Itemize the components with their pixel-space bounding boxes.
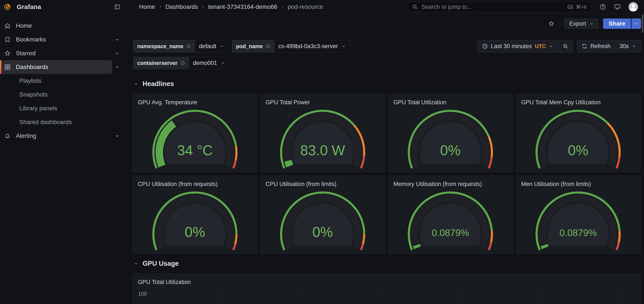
section-title: GPU Usage xyxy=(142,260,179,267)
actions-divider xyxy=(560,20,560,28)
section-header-gpu-usage[interactable]: GPU Usage xyxy=(134,260,179,267)
search-input[interactable]: Search or jump to... ⌘+k xyxy=(408,2,592,12)
top-nav: Grafana HomeDashboardstenant-37343164-de… xyxy=(0,0,644,14)
sidebar-chevron-up-button[interactable] xyxy=(113,63,122,71)
sidebar-link-starred[interactable]: Starred xyxy=(0,46,112,60)
gauge-value: 0% xyxy=(184,224,205,240)
panel-title[interactable]: CPU Utilisation (from requests) xyxy=(133,176,257,188)
sidebar-link-dashboards[interactable]: Dashboards xyxy=(0,60,112,74)
refresh-interval-label: 30s xyxy=(619,43,629,50)
panel-title[interactable]: CPU Utilisation (from limits) xyxy=(260,176,385,188)
refresh-icon xyxy=(581,43,587,49)
export-button[interactable]: Export xyxy=(564,19,599,29)
timeseries-panel: GPU Total Utilization 100 xyxy=(132,273,640,304)
sidebar-item-label: Shared dashboards xyxy=(19,119,72,125)
sidebar-link-home[interactable]: Home xyxy=(0,19,112,33)
gauge-arc xyxy=(491,231,492,242)
time-range-picker[interactable]: Last 30 minutes UTC xyxy=(478,40,558,52)
v-gridline xyxy=(298,295,298,304)
user-avatar[interactable] xyxy=(628,2,638,12)
clock-icon xyxy=(482,43,488,49)
gauge-arc xyxy=(616,242,619,250)
refresh-interval-picker[interactable]: 30s xyxy=(615,40,641,52)
panel-title[interactable]: Men Utilisation (from limits) xyxy=(516,176,640,188)
gauge-panel-grid: GPU Avg. Temperature34 °CGPU Total Power… xyxy=(132,94,640,254)
scrollbar-thumb[interactable] xyxy=(642,15,643,33)
variable-value-dropdown[interactable]: cs-499bd-0a3c3-server xyxy=(274,40,350,52)
gauge-chart: 34 °C xyxy=(148,107,242,172)
gauge-panel-gpu-total-power: GPU Total Power83.0 W xyxy=(260,94,385,172)
panel-title[interactable]: GPU Total Mem Cpy Utilization xyxy=(516,94,640,106)
sidebar-toggle-icon[interactable] xyxy=(114,4,120,10)
gauge-arc xyxy=(235,234,236,244)
y-axis-tick-label: 100 xyxy=(136,291,147,297)
sidebar-chevron-down-button[interactable] xyxy=(113,35,122,44)
gauge-panel-gpu-total-mem-cpy-utilization: GPU Total Mem Cpy Utilization0% xyxy=(516,94,640,172)
chevron-down-icon xyxy=(634,21,639,26)
sidebar-link-shared-dashboards[interactable]: Shared dashboards xyxy=(0,115,112,129)
sidebar-item-label: Starred xyxy=(16,50,36,57)
gauge-arc xyxy=(233,161,236,168)
gauge-value: 0.0879% xyxy=(560,227,597,238)
gauge-chart: 0% xyxy=(531,107,625,172)
variable-namespace-name: namespace_namedefault xyxy=(133,40,228,52)
breadcrumb-separator-icon xyxy=(201,5,205,9)
sidebar-item-label: Bookmarks xyxy=(16,36,46,43)
panel-title[interactable]: GPU Avg. Temperature xyxy=(133,94,257,106)
sidebar-item-label: Alerting xyxy=(16,132,36,139)
gauge-arc xyxy=(544,245,546,248)
grafana-logo-icon[interactable] xyxy=(3,3,12,11)
gauge-chart: 0.0879% xyxy=(403,189,498,253)
chevron-down-icon xyxy=(114,133,120,139)
breadcrumb-item-tenant-37343164-demo66[interactable]: tenant-37343164-demo66 xyxy=(208,4,277,10)
gauge-panel-cpu-utilisation-from-requests: CPU Utilisation (from requests)0% xyxy=(132,176,257,254)
section-header-headlines[interactable]: Headlines xyxy=(134,80,174,88)
panel-title[interactable]: GPU Total Utilization xyxy=(388,94,512,106)
sidebar-chevron-down-button[interactable] xyxy=(113,49,122,58)
variable-value-dropdown[interactable]: demo001 xyxy=(189,57,229,69)
panel-title[interactable]: GPU Total Utilization xyxy=(133,274,640,285)
sidebar-item-home: Home xyxy=(0,19,125,33)
top-nav-brand-area: Grafana xyxy=(0,0,126,14)
sidebar-link-bookmarks[interactable]: Bookmarks xyxy=(0,33,112,46)
share-button[interactable]: Share xyxy=(603,19,631,29)
gauge-value: 34 °C xyxy=(177,142,213,158)
sidebar-item-playlists: Playlists xyxy=(0,74,125,88)
refresh-button[interactable]: Refresh xyxy=(577,40,615,52)
variable-controls-row-1: namespace_namedefaultpod_namecs-499bd-0a… xyxy=(133,40,350,52)
search-icon xyxy=(412,4,418,10)
sidebar-chevron-down-button[interactable] xyxy=(113,131,122,140)
chevron-up-icon xyxy=(114,64,120,70)
panel-title[interactable]: Memory Utilisation (from requests) xyxy=(388,176,512,188)
star-icon xyxy=(4,50,11,57)
gauge-panel-memory-utilisation-from-requests: Memory Utilisation (from requests)0.0879… xyxy=(388,176,513,254)
favorite-star-button[interactable] xyxy=(547,19,556,28)
help-button[interactable] xyxy=(599,4,606,10)
variable-name: containerserver xyxy=(137,60,178,66)
variable-controls-row-2: containerserverdemo001 xyxy=(133,57,229,69)
gauge-panel-cpu-utilisation-from-limits: CPU Utilisation (from limits)0% xyxy=(260,176,385,254)
share-dropdown-button[interactable] xyxy=(632,19,641,29)
zoom-out-button[interactable] xyxy=(558,40,573,52)
sidebar-link-snapshots[interactable]: Snapshots xyxy=(0,88,112,101)
variable-value-dropdown[interactable]: default xyxy=(195,40,228,52)
gauge-value: 0% xyxy=(568,142,588,158)
breadcrumb-item-home[interactable]: Home xyxy=(139,4,155,10)
news-button[interactable] xyxy=(614,4,621,10)
v-gridline xyxy=(618,295,618,304)
zoom-out-icon xyxy=(562,43,568,49)
sidebar-item-library-panels: Library panels xyxy=(0,101,125,115)
gauge-value: 0% xyxy=(440,142,460,158)
v-gridline xyxy=(378,295,378,304)
variable-value: cs-499bd-0a3c3-server xyxy=(278,43,338,50)
info-icon xyxy=(186,44,191,49)
panel-title[interactable]: GPU Total Power xyxy=(260,94,385,106)
sidebar-link-library-panels[interactable]: Library panels xyxy=(0,101,112,115)
bookmark-icon xyxy=(4,36,11,43)
h-gridline xyxy=(150,294,637,295)
sidebar-link-playlists[interactable]: Playlists xyxy=(0,74,112,88)
panel-left-icon xyxy=(114,4,120,10)
refresh-group: Refresh 30s xyxy=(577,40,641,52)
sidebar-link-alerting[interactable]: Alerting xyxy=(0,129,112,143)
breadcrumb-item-dashboards[interactable]: Dashboards xyxy=(166,4,198,10)
